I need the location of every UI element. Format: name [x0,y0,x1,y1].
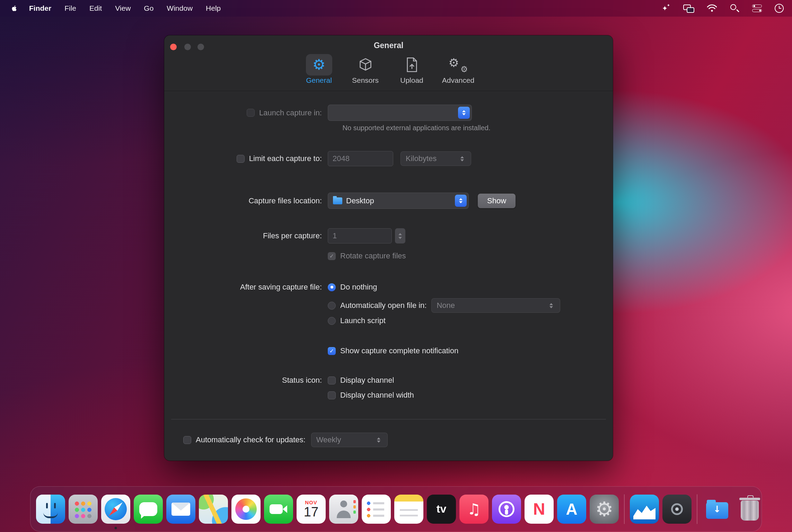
launch-capture-helper: No supported external applications are i… [326,124,507,132]
dock-downloads-folder[interactable]: ↓ [703,495,732,524]
show-button[interactable]: Show [478,194,516,208]
menu-file[interactable]: File [58,4,83,12]
after-saving-row: After saving capture file: Do nothing [164,283,613,292]
status-icon-label: Status icon: [282,376,322,385]
folder-icon [333,197,342,204]
tab-label: Sensors [352,76,379,85]
display-channel-checkbox[interactable] [328,376,336,384]
dock-notes[interactable] [394,495,423,524]
dock-calendar[interactable]: NOV 17 [297,495,326,524]
preferences-window: General ⚙ General Sensors Up [164,35,613,461]
dock-reminders[interactable] [362,495,391,524]
rotate-capture-checkbox[interactable]: ✓ [328,252,336,260]
section-divider [171,419,606,419]
updates-checkbox[interactable] [183,436,191,444]
menu-window[interactable]: Window [160,4,199,12]
calendar-day: 17 [304,505,318,519]
status-icon-row: Status icon: Display channel [164,376,613,385]
dock-separator [624,494,625,524]
dock-messages[interactable] [134,495,163,524]
dock-contacts[interactable] [329,495,358,524]
dock-safari[interactable] [101,495,130,524]
display-channel-label: Display channel [340,376,394,385]
display-channel-width-checkbox[interactable] [328,391,336,399]
launch-script-label: Launch script [340,316,386,325]
popup-arrows-icon [455,195,467,207]
updates-popup[interactable]: Weekly [311,433,388,447]
dock-system-preferences[interactable]: ⚙ [590,495,619,524]
limit-capture-row: Limit each capture to: 2048 Kilobytes [164,151,613,166]
wifi-icon[interactable] [707,3,717,14]
tab-sensors[interactable]: Sensors [347,54,384,85]
windows-icon[interactable] [683,4,694,13]
dock-mail[interactable] [166,495,195,524]
open-file-popup[interactable]: None [431,298,560,313]
capture-location-label: Capture files location: [248,196,322,205]
updates-label: Automatically check for updates: [196,435,306,444]
menu-extra-icon[interactable]: ✦✦ [660,3,670,14]
open-file-radio[interactable] [328,302,336,310]
control-center-icon[interactable] [752,5,762,12]
dock-photos[interactable] [231,495,261,524]
after-saving-label: After saving capture file: [240,283,322,292]
dock-finder[interactable] [36,495,65,524]
limit-size-field[interactable]: 2048 [328,151,393,166]
menu-help[interactable]: Help [199,4,227,12]
files-per-capture-label: Files per capture: [263,231,322,240]
notification-row: ✓ Show capture complete notification [164,346,613,355]
launch-capture-popup[interactable] [328,105,472,121]
tab-label: General [306,76,332,85]
dock-camera-utility[interactable] [662,495,692,524]
files-stepper[interactable] [395,228,405,243]
notification-checkbox[interactable]: ✓ [328,347,336,355]
tab-general[interactable]: ⚙ General [301,54,337,85]
dock-separator [697,494,697,524]
apple-menu[interactable] [8,5,23,12]
launch-script-radio[interactable] [328,317,336,325]
gear-icon: ⚙ [306,54,332,76]
open-file-label: Automatically open file in: [340,301,426,310]
search-icon[interactable] [730,3,739,13]
dock-news[interactable]: N [525,495,554,524]
active-app-menu[interactable]: Finder [23,4,58,12]
dock-appletv[interactable]: tv [427,495,456,524]
dock-launchpad[interactable] [69,495,98,524]
dock-maps[interactable] [199,495,228,524]
dock-appstore[interactable]: A [557,495,586,524]
limit-capture-checkbox[interactable] [237,155,245,163]
menu-bar-status-area: ✦✦ [660,3,784,14]
menu-bar-left: Finder File Edit View Go Window Help [8,4,227,12]
do-nothing-label: Do nothing [340,283,377,292]
clock-icon[interactable] [775,4,784,13]
tab-label: Advanced [442,76,474,85]
menu-go[interactable]: Go [137,4,160,12]
dock-trash[interactable] [735,495,764,524]
launch-capture-row: Launch capture in: [164,105,613,121]
launch-capture-checkbox[interactable] [247,109,255,117]
preferences-toolbar: ⚙ General Sensors Upload ⚙⚙ [164,54,613,85]
cube-icon [352,54,379,76]
limit-unit-popup[interactable]: Kilobytes [401,151,471,166]
launch-capture-label: Launch capture in: [259,108,322,117]
files-per-capture-row: Files per capture: 1 [164,228,613,243]
tab-upload[interactable]: Upload [394,54,430,85]
notification-label: Show capture complete notification [340,346,458,355]
capture-location-popup[interactable]: Desktop [328,193,469,209]
dock-capture-app[interactable] [630,495,659,524]
dock-music[interactable]: ♫ [459,495,489,524]
limit-capture-label: Limit each capture to: [249,154,322,163]
toolbar-divider [164,91,613,91]
window-title: General [164,41,613,50]
dock-facetime[interactable] [264,495,293,524]
dock-podcasts[interactable] [492,495,521,524]
menu-edit[interactable]: Edit [83,4,108,12]
popup-arrows-icon [458,107,470,119]
files-per-capture-field[interactable]: 1 [328,228,392,243]
do-nothing-radio[interactable] [328,283,336,291]
tab-advanced[interactable]: ⚙⚙ Advanced [440,54,476,85]
rotate-capture-row: ✓ Rotate capture files [164,251,613,260]
running-indicator [115,527,117,529]
apple-icon [11,5,18,12]
launch-script-row: Launch script [164,316,613,325]
menu-view[interactable]: View [108,4,137,12]
